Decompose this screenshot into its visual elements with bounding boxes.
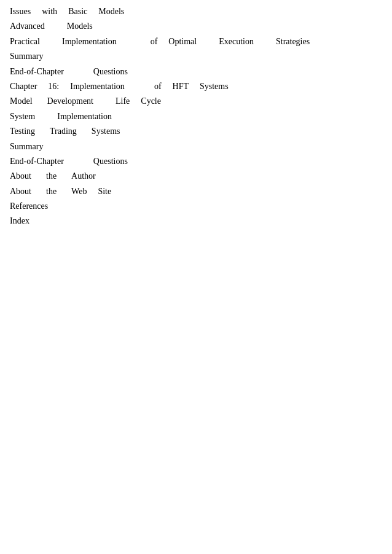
toc-word: Execution xyxy=(219,35,254,49)
toc-word: Strategies xyxy=(276,35,310,49)
toc-word: of xyxy=(154,80,162,93)
toc-word: Index xyxy=(10,214,29,228)
toc-word: Model xyxy=(10,95,33,108)
toc-word: Implementation xyxy=(57,110,112,123)
toc-word: Practical xyxy=(10,35,40,49)
line-5: End-of-ChapterQuestions xyxy=(10,65,382,79)
toc-word: Systems xyxy=(200,80,229,93)
toc-word: Chapter xyxy=(10,80,37,93)
toc-word: Basic xyxy=(68,5,87,18)
line-11: End-of-ChapterQuestions xyxy=(10,155,382,168)
toc-word: Life xyxy=(116,95,130,108)
line-3: PracticalImplementationofOptimalExecutio… xyxy=(10,35,382,49)
toc-word: Author xyxy=(71,170,96,183)
line-7: ModelDevelopmentLifeCycle xyxy=(10,95,382,108)
line-1: IssueswithBasicModels xyxy=(10,5,382,18)
toc-word: Summary xyxy=(10,140,43,154)
line-15: Index xyxy=(10,214,382,228)
line-6: Chapter16:ImplementationofHFTSystems xyxy=(10,80,382,93)
toc-container: IssueswithBasicModelsAdvancedModelsPract… xyxy=(10,5,382,228)
toc-word: Systems xyxy=(92,125,120,138)
toc-word: Summary xyxy=(10,50,43,63)
line-13: AbouttheWebSite xyxy=(10,185,382,198)
toc-word: Site xyxy=(98,185,111,198)
line-2: AdvancedModels xyxy=(10,20,382,33)
line-10: Summary xyxy=(10,140,382,154)
toc-word: with xyxy=(42,5,57,18)
toc-word: Models xyxy=(67,20,93,33)
toc-word: Development xyxy=(47,95,93,108)
toc-word: About xyxy=(10,185,31,198)
toc-word: End-of-Chapter xyxy=(10,155,64,168)
line-12: AbouttheAuthor xyxy=(10,170,382,183)
toc-word: Cycle xyxy=(141,95,161,108)
line-9: TestingTradingSystems xyxy=(10,125,382,138)
toc-word: the xyxy=(46,170,57,183)
line-4: Summary xyxy=(10,50,382,63)
toc-word: Models xyxy=(98,5,124,18)
toc-word: Issues xyxy=(10,5,31,18)
toc-word: Advanced xyxy=(10,20,45,33)
toc-word: Implementation xyxy=(70,80,125,93)
toc-word: About xyxy=(10,170,31,183)
line-8: SystemImplementation xyxy=(10,110,382,123)
toc-word: the xyxy=(46,185,57,198)
toc-word: Optimal xyxy=(168,35,197,49)
toc-word: HFT xyxy=(173,80,189,93)
line-14: References xyxy=(10,200,382,213)
toc-word: 16: xyxy=(48,80,59,93)
toc-word: Trading xyxy=(50,125,77,138)
toc-word: Implementation xyxy=(62,35,117,49)
toc-word: Questions xyxy=(93,155,128,168)
toc-word: Questions xyxy=(93,65,128,79)
toc-word: System xyxy=(10,110,35,123)
toc-word: End-of-Chapter xyxy=(10,65,64,79)
toc-word: of xyxy=(151,35,158,49)
toc-word: Web xyxy=(71,185,87,198)
toc-word: References xyxy=(10,200,48,213)
toc-word: Testing xyxy=(10,125,35,138)
